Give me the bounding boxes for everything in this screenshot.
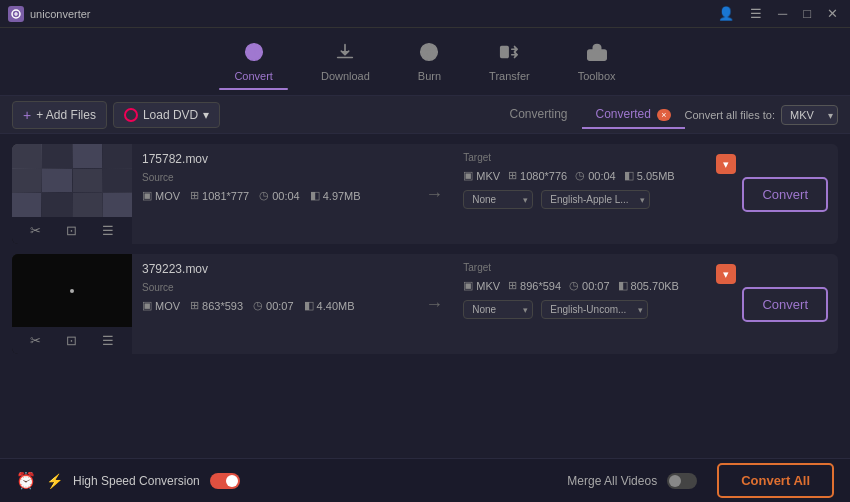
file-name-2: 379223.mov — [142, 262, 405, 276]
target-size-icon-2: ◧ — [618, 279, 628, 292]
source-duration-1: ◷ 00:04 — [259, 189, 300, 202]
size-icon-1: ◧ — [310, 189, 320, 202]
transfer-nav-icon — [498, 41, 520, 66]
nav-label-burn: Burn — [418, 70, 441, 82]
nav-item-toolbox[interactable]: Toolbox — [554, 33, 640, 90]
title-bar-left: uniconverter — [8, 6, 91, 22]
title-bar-right: 👤 ☰ ─ □ ✕ — [714, 4, 842, 23]
size-icon-2: ◧ — [304, 299, 314, 312]
tab-converted[interactable]: Converted × — [582, 101, 685, 129]
target-col-2: Target ▣ MKV ⊞ 896*594 ◷ 00:07 ◧ 805.70K… — [453, 254, 736, 354]
target-res-icon-1: ⊞ — [508, 169, 517, 182]
file-thumbnail-1 — [12, 144, 132, 217]
duration-icon-1: ◷ — [259, 189, 269, 202]
plus-icon: + — [23, 107, 31, 123]
target-format-icon-2: ▣ — [463, 279, 473, 292]
source-duration-2: ◷ 00:07 — [253, 299, 294, 312]
source-duration-text-1: 00:04 — [272, 190, 300, 202]
convert-all-to-label: Convert all files to: — [685, 109, 775, 121]
subtitle-select-2[interactable]: None — [463, 300, 533, 319]
timer-icon[interactable]: ⏰ — [16, 471, 36, 490]
target-dropdown-btn-2[interactable]: ▾ — [716, 264, 736, 284]
target-resolution-1: ⊞ 1080*776 — [508, 169, 567, 182]
speed-toggle[interactable] — [210, 473, 240, 489]
settings-icon-2[interactable]: ☰ — [98, 331, 118, 350]
add-files-button[interactable]: + + Add Files — [12, 101, 107, 129]
minimize-button[interactable]: ─ — [774, 4, 791, 23]
scissors-icon-1[interactable]: ✂ — [26, 221, 45, 240]
load-dvd-label: Load DVD — [143, 108, 198, 122]
audio-select-wrap-1[interactable]: English-Apple L... — [541, 190, 650, 209]
dvd-icon — [124, 108, 138, 122]
source-resolution-text-2: 863*593 — [202, 300, 243, 312]
duration-icon-2: ◷ — [253, 299, 263, 312]
nav-item-convert[interactable]: Convert — [210, 33, 297, 90]
crop-icon-1[interactable]: ⊡ — [62, 221, 81, 240]
file-card-2: ✂ ⊡ ☰ 379223.mov Source ▣ MOV ⊞ 863*593 … — [12, 254, 838, 354]
target-format-text-1: MKV — [476, 170, 500, 182]
title-bar: uniconverter 👤 ☰ ─ □ ✕ — [0, 0, 850, 28]
target-format-icon-1: ▣ — [463, 169, 473, 182]
toolbar: + + Add Files Load DVD ▾ Converting Conv… — [0, 96, 850, 134]
nav-item-transfer[interactable]: Transfer — [465, 33, 554, 90]
source-meta-row-1: ▣ MOV ⊞ 1081*777 ◷ 00:04 ◧ 4.97MB — [142, 189, 405, 202]
audio-select-1[interactable]: English-Apple L... — [541, 190, 650, 209]
arrow-col-2: → — [415, 254, 453, 354]
subtitle-row-1: None English-Apple L... — [463, 190, 726, 209]
nav-label-convert: Convert — [234, 70, 273, 82]
menu-icon[interactable]: ☰ — [746, 4, 766, 23]
load-dvd-chevron: ▾ — [203, 108, 209, 122]
target-dropdown-btn-1[interactable]: ▾ — [716, 154, 736, 174]
source-meta-row-2: ▣ MOV ⊞ 863*593 ◷ 00:07 ◧ 4.40MB — [142, 299, 405, 312]
convert-button-2[interactable]: Convert — [742, 287, 828, 322]
tab-converting[interactable]: Converting — [496, 101, 582, 129]
nav-label-transfer: Transfer — [489, 70, 530, 82]
target-format-text-2: MKV — [476, 280, 500, 292]
merge-toggle[interactable] — [667, 473, 697, 489]
subtitle-select-wrap-2[interactable]: None — [463, 300, 533, 319]
audio-select-wrap-2[interactable]: English-Uncom... — [541, 300, 648, 319]
format-icon-1: ▣ — [142, 189, 152, 202]
target-resolution-2: ⊞ 896*594 — [508, 279, 561, 292]
audio-select-2[interactable]: English-Uncom... — [541, 300, 648, 319]
target-size-1: ◧ 5.05MB — [624, 169, 675, 182]
scissors-icon-2[interactable]: ✂ — [26, 331, 45, 350]
target-size-2: ◧ 805.70KB — [618, 279, 679, 292]
resolution-icon-2: ⊞ — [190, 299, 199, 312]
target-duration-text-2: 00:07 — [582, 280, 610, 292]
format-select[interactable]: MKV MP4 AVI MOV WMV — [781, 105, 838, 125]
target-duration-text-1: 00:04 — [588, 170, 616, 182]
user-icon[interactable]: 👤 — [714, 4, 738, 23]
nav-label-toolbox: Toolbox — [578, 70, 616, 82]
subtitle-select-1[interactable]: None — [463, 190, 533, 209]
format-select-wrap[interactable]: MKV MP4 AVI MOV WMV — [781, 105, 838, 125]
maximize-button[interactable]: □ — [799, 4, 815, 23]
file-info-2: 379223.mov Source ▣ MOV ⊞ 863*593 ◷ 00:0… — [132, 254, 415, 354]
nav-item-burn[interactable]: Burn — [394, 33, 465, 90]
convert-all-button[interactable]: Convert All — [717, 463, 834, 498]
target-meta-row-1: ▣ MKV ⊞ 1080*776 ◷ 00:04 ◧ 5.05MB ▾ — [463, 169, 726, 182]
subtitle-select-wrap-1[interactable]: None — [463, 190, 533, 209]
target-duration-2: ◷ 00:07 — [569, 279, 610, 292]
nav-item-download[interactable]: Download — [297, 33, 394, 90]
svg-point-3 — [427, 49, 433, 55]
target-size-icon-1: ◧ — [624, 169, 634, 182]
add-files-label: + Add Files — [36, 108, 96, 122]
subtitle-row-2: None English-Uncom... — [463, 300, 726, 319]
converted-badge: × — [657, 109, 670, 121]
close-button[interactable]: ✕ — [823, 4, 842, 23]
target-duration-1: ◷ 00:04 — [575, 169, 616, 182]
target-format-2: ▣ MKV — [463, 279, 500, 292]
target-meta-row-2: ▣ MKV ⊞ 896*594 ◷ 00:07 ◧ 805.70KB ▾ — [463, 279, 726, 292]
format-icon-2: ▣ — [142, 299, 152, 312]
load-dvd-button[interactable]: Load DVD ▾ — [113, 102, 220, 128]
screenshot-sim-2 — [12, 254, 132, 327]
convert-button-1[interactable]: Convert — [742, 177, 828, 212]
arrow-col-1: → — [415, 144, 453, 244]
lightning-icon: ⚡ — [46, 473, 63, 489]
file-card-1: ✂ ⊡ ☰ 175782.mov Source ▣ MOV ⊞ 1081*777… — [12, 144, 838, 244]
crop-icon-2[interactable]: ⊡ — [62, 331, 81, 350]
settings-icon-1[interactable]: ☰ — [98, 221, 118, 240]
file-thumb-1: ✂ ⊡ ☰ — [12, 144, 132, 244]
target-label-2: Target — [463, 262, 726, 273]
